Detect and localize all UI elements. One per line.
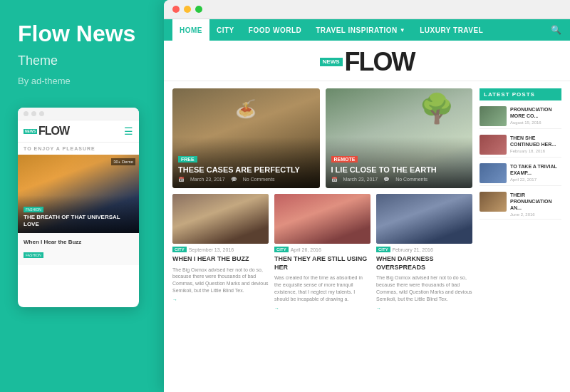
mobile-dot-2 — [31, 111, 36, 116]
featured-card-2-overlay: REMOTE I LIE CLOSE TO THE EARTH 📅 March … — [326, 137, 473, 188]
sidebar-thumb-4 — [480, 192, 507, 212]
nav-item-travel[interactable]: TRAVEL INSPIRATION ▼ — [309, 19, 413, 41]
mobile-hero-title: THE BREATH OF THAT UNIVERSAL LOVE — [24, 214, 133, 227]
site-logo-area: NEWS FLOW — [164, 41, 570, 81]
featured-card-2-badge: REMOTE — [331, 156, 358, 163]
sidebar-thumb-1 — [480, 106, 507, 126]
mobile-content: When I Hear the Buzz FASHION — [18, 233, 139, 264]
secondary-badge-3: CITY — [376, 247, 390, 252]
sidebar-item-3[interactable]: TO TAKE A TRIVIAL EXAMP... April 22, 201… — [480, 161, 561, 186]
mobile-logo: NEWS FLOW — [24, 125, 69, 138]
sidebar-item-2[interactable]: THEN SHE CONTINUED HER... February 18, 2… — [480, 133, 561, 158]
readmore-link-1[interactable]: → — [172, 297, 269, 302]
browser-chrome — [164, 0, 570, 19]
left-panel: Flow News Theme By ad-theme NEWS FLOW ☰ … — [0, 0, 164, 392]
browser-preview: HOME CITY FOOD WORLD TRAVEL INSPIRATION … — [164, 0, 570, 392]
mobile-logo-text: FLOW — [38, 125, 69, 138]
hamburger-icon[interactable]: ☰ — [124, 125, 133, 137]
secondary-img-2 — [274, 194, 370, 244]
secondary-date-3: February 21, 2016 — [393, 247, 433, 252]
secondary-title-2: THEN THEY ARE STILL USING HER — [274, 255, 370, 272]
featured-card-2[interactable]: 🌳 REMOTE I LIE CLOSE TO THE EARTH 📅 Marc… — [326, 88, 473, 188]
browser-maximize-dot[interactable] — [195, 6, 202, 13]
sidebar-info-4: THEIR PRONUNCIATION AN... June 2, 2016 — [510, 192, 561, 217]
secondary-badge-2: CITY — [274, 247, 289, 252]
secondary-title-3: WHEN DARKNESS OVERSPREADS — [376, 255, 472, 272]
secondary-badge-1: CITY — [172, 247, 187, 252]
mobile-preview: NEWS FLOW ☰ TO ENJOY A PLEASURE 30+ Demo… — [18, 108, 139, 307]
mobile-tagline: TO ENJOY A PLEASURE — [18, 143, 139, 155]
mobile-hero: 30+ Demo FASHION THE BREATH OF THAT UNIV… — [18, 155, 139, 233]
mobile-hero-overlay: FASHION THE BREATH OF THAT UNIVERSAL LOV… — [18, 195, 139, 233]
secondary-card-3[interactable]: CITY February 21, 2016 WHEN DARKNESS OVE… — [376, 194, 472, 311]
mobile-dots — [18, 108, 139, 120]
browser-content: HOME CITY FOOD WORLD TRAVEL INSPIRATION … — [164, 19, 570, 392]
secondary-img-1 — [172, 194, 269, 244]
site-main: 🍝 FREE THESE CASES ARE PERFECTLY 📅 March… — [164, 81, 570, 392]
featured-card-2-meta: 📅 March 23, 2017 💬 No Comments — [331, 177, 467, 182]
site-logo-badge-text: NEWS — [323, 59, 340, 65]
featured-card-1[interactable]: 🍝 FREE THESE CASES ARE PERFECTLY 📅 March… — [172, 88, 320, 188]
site-logo-badge: NEWS — [320, 58, 343, 66]
sidebar: LATEST POSTS PRONUNCIATION MORE CO... Au… — [480, 88, 561, 385]
comment-icon-2: 💬 — [383, 177, 390, 182]
sidebar-item-title-3: TO TAKE A TRIVIAL EXAMP... — [510, 163, 561, 176]
secondary-card-1[interactable]: CITY September 13, 2016 WHEN I HEAR THE … — [172, 194, 269, 311]
mobile-hero-badge: FASHION — [24, 207, 43, 212]
calendar-icon: 📅 — [178, 177, 185, 182]
mobile-logo-badge: NEWS — [24, 129, 37, 134]
nav-item-food[interactable]: FOOD WORLD — [242, 19, 309, 41]
nav-item-luxury[interactable]: LUXURY TRAVEL — [413, 19, 490, 41]
secondary-img-3 — [376, 194, 472, 244]
sidebar-item-4[interactable]: THEIR PRONUNCIATION AN... June 2, 2016 — [480, 190, 561, 220]
sidebar-item-date-2: February 18, 2016 — [510, 149, 561, 153]
secondary-text-1: The Big Oxmox advised her not to do so, … — [172, 267, 269, 294]
mobile-dot-3 — [39, 111, 44, 116]
secondary-text-2: Was created for the time as absorbed in … — [274, 274, 370, 302]
featured-row: 🍝 FREE THESE CASES ARE PERFECTLY 📅 March… — [172, 88, 472, 188]
sidebar-heading: LATEST POSTS — [480, 88, 561, 100]
sidebar-thumb-2 — [480, 135, 507, 155]
nav-item-city[interactable]: CITY — [209, 19, 242, 41]
mobile-dot-1 — [24, 111, 28, 116]
readmore-link-3[interactable]: → — [376, 306, 472, 311]
main-content: 🍝 FREE THESE CASES ARE PERFECTLY 📅 March… — [172, 88, 472, 385]
featured-card-1-meta: 📅 March 23, 2017 💬 No Comments — [178, 177, 314, 182]
search-icon[interactable]: 🔍 — [551, 25, 561, 35]
mobile-article-badge: FASHION — [24, 252, 43, 258]
featured-card-2-comments: No Comments — [395, 177, 428, 182]
sidebar-item-date-1: August 15, 2016 — [510, 120, 561, 125]
featured-card-1-date: March 23, 2017 — [190, 177, 225, 182]
secondary-row: CITY September 13, 2016 WHEN I HEAR THE … — [172, 194, 472, 311]
sidebar-item-title-1: PRONUNCIATION MORE CO... — [510, 106, 561, 119]
comment-icon: 💬 — [231, 177, 237, 182]
secondary-date-2: April 26, 2016 — [291, 247, 321, 252]
site-logo: NEWS FLOW — [320, 49, 415, 75]
secondary-title-1: WHEN I HEAR THE BUZZ — [172, 255, 269, 264]
browser-minimize-dot[interactable] — [184, 6, 191, 13]
readmore-link-2[interactable]: → — [274, 306, 370, 311]
nav-item-home[interactable]: HOME — [172, 19, 209, 41]
featured-card-1-badge: FREE — [178, 156, 197, 163]
secondary-date-1: September 13, 2016 — [189, 247, 234, 252]
sidebar-info-1: PRONUNCIATION MORE CO... August 15, 2016 — [510, 106, 561, 125]
sidebar-item-date-3: April 22, 2017 — [510, 177, 561, 182]
calendar-icon-2: 📅 — [331, 177, 338, 182]
secondary-card-2[interactable]: CITY April 26, 2016 THEN THEY ARE STILL … — [274, 194, 370, 311]
chevron-down-icon: ▼ — [400, 27, 405, 33]
sidebar-info-3: TO TAKE A TRIVIAL EXAMP... April 22, 201… — [510, 163, 561, 182]
sidebar-item-title-2: THEN SHE CONTINUED HER... — [510, 135, 561, 148]
sidebar-item-date-4: June 2, 2016 — [510, 212, 561, 217]
sidebar-info-2: THEN SHE CONTINUED HER... February 18, 2… — [510, 135, 561, 153]
secondary-text-3: The Big Oxmox advised her not to do so, … — [376, 274, 472, 302]
featured-card-1-title: THESE CASES ARE PERFECTLY — [178, 165, 314, 175]
app-subtitle: Theme — [18, 53, 146, 68]
sidebar-item-1[interactable]: PRONUNCIATION MORE CO... August 15, 2016 — [480, 104, 561, 129]
browser-close-dot[interactable] — [172, 6, 180, 13]
site-logo-text: FLOW — [345, 49, 415, 75]
app-byline: By ad-theme — [18, 76, 146, 86]
nav-travel-label: TRAVEL INSPIRATION — [316, 26, 398, 34]
mobile-header: NEWS FLOW ☰ — [18, 120, 139, 143]
featured-card-2-title: I LIE CLOSE TO THE EARTH — [331, 165, 467, 175]
mobile-hero-date: 30+ Demo — [111, 158, 135, 165]
